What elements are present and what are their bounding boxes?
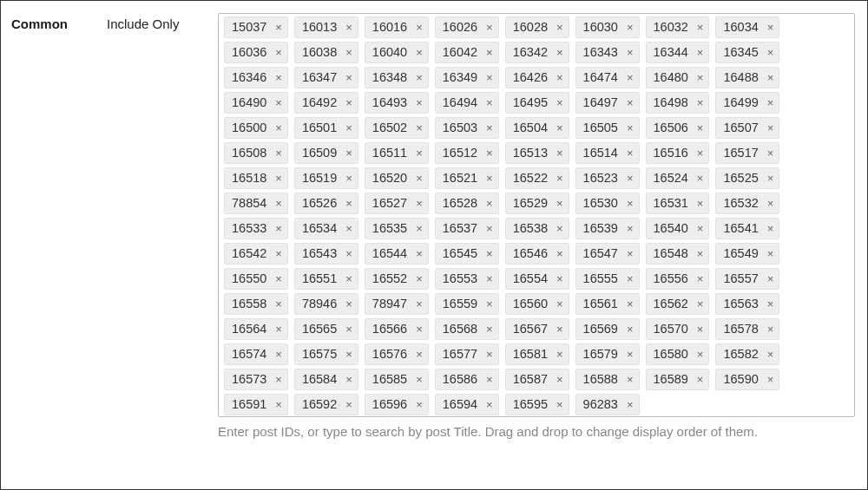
remove-tag-icon[interactable]: ×	[275, 223, 282, 234]
tag-item[interactable]: 16588×	[575, 369, 640, 390]
tag-item[interactable]: 16589×	[646, 369, 710, 390]
remove-tag-icon[interactable]: ×	[697, 147, 704, 159]
remove-tag-icon[interactable]: ×	[345, 198, 352, 209]
remove-tag-icon[interactable]: ×	[627, 72, 634, 83]
tag-item[interactable]: 16490×	[224, 92, 288, 114]
remove-tag-icon[interactable]: ×	[416, 323, 423, 335]
remove-tag-icon[interactable]: ×	[767, 72, 774, 83]
remove-tag-icon[interactable]: ×	[345, 399, 352, 410]
tag-item[interactable]: 16528×	[435, 193, 499, 214]
remove-tag-icon[interactable]: ×	[345, 97, 352, 108]
remove-tag-icon[interactable]: ×	[275, 349, 282, 360]
tag-item[interactable]: 16546×	[505, 243, 569, 265]
remove-tag-icon[interactable]: ×	[697, 122, 704, 134]
remove-tag-icon[interactable]: ×	[345, 122, 352, 134]
remove-tag-icon[interactable]: ×	[416, 47, 423, 58]
tag-item[interactable]: 16494×	[435, 92, 499, 114]
tag-item[interactable]: 16508×	[224, 142, 288, 164]
remove-tag-icon[interactable]: ×	[416, 223, 423, 234]
remove-tag-icon[interactable]: ×	[486, 248, 493, 259]
tag-item[interactable]: 16565×	[294, 318, 358, 340]
remove-tag-icon[interactable]: ×	[767, 173, 774, 184]
remove-tag-icon[interactable]: ×	[486, 173, 493, 184]
remove-tag-icon[interactable]: ×	[275, 323, 282, 335]
remove-tag-icon[interactable]: ×	[697, 323, 704, 335]
remove-tag-icon[interactable]: ×	[697, 22, 704, 33]
remove-tag-icon[interactable]: ×	[486, 198, 493, 209]
tag-item[interactable]: 96283×	[575, 394, 640, 415]
tag-item[interactable]: 16551×	[294, 268, 358, 290]
tag-item[interactable]: 16488×	[715, 67, 779, 88]
tag-item[interactable]: 16013×	[294, 16, 358, 38]
remove-tag-icon[interactable]: ×	[627, 47, 634, 58]
remove-tag-icon[interactable]: ×	[767, 349, 774, 360]
remove-tag-icon[interactable]: ×	[416, 248, 423, 259]
remove-tag-icon[interactable]: ×	[486, 323, 493, 335]
tag-item[interactable]: 16550×	[224, 268, 288, 290]
remove-tag-icon[interactable]: ×	[275, 298, 282, 310]
remove-tag-icon[interactable]: ×	[345, 349, 352, 360]
remove-tag-icon[interactable]: ×	[556, 399, 563, 410]
remove-tag-icon[interactable]: ×	[275, 47, 282, 58]
remove-tag-icon[interactable]: ×	[416, 399, 423, 410]
tag-item[interactable]: 16530×	[575, 193, 640, 214]
tag-item[interactable]: 16040×	[365, 42, 429, 63]
remove-tag-icon[interactable]: ×	[627, 248, 634, 259]
remove-tag-icon[interactable]: ×	[416, 173, 423, 184]
tag-item[interactable]: 16042×	[435, 42, 499, 63]
remove-tag-icon[interactable]: ×	[275, 72, 282, 83]
remove-tag-icon[interactable]: ×	[345, 323, 352, 335]
remove-tag-icon[interactable]: ×	[556, 374, 563, 385]
remove-tag-icon[interactable]: ×	[627, 22, 634, 33]
tag-item[interactable]: 16570×	[646, 318, 710, 340]
remove-tag-icon[interactable]: ×	[486, 349, 493, 360]
remove-tag-icon[interactable]: ×	[627, 349, 634, 360]
tag-item[interactable]: 16522×	[505, 167, 569, 189]
remove-tag-icon[interactable]: ×	[697, 198, 704, 209]
remove-tag-icon[interactable]: ×	[556, 147, 563, 159]
remove-tag-icon[interactable]: ×	[767, 248, 774, 259]
tag-item[interactable]: 16513×	[505, 142, 569, 164]
remove-tag-icon[interactable]: ×	[416, 273, 423, 284]
tag-item[interactable]: 16568×	[435, 318, 499, 340]
remove-tag-icon[interactable]: ×	[627, 173, 634, 184]
remove-tag-icon[interactable]: ×	[556, 349, 563, 360]
tag-item[interactable]: 15037×	[224, 16, 288, 38]
tag-item[interactable]: 16497×	[575, 92, 640, 114]
remove-tag-icon[interactable]: ×	[345, 223, 352, 234]
remove-tag-icon[interactable]: ×	[275, 273, 282, 284]
tag-item[interactable]: 16516×	[646, 142, 710, 164]
remove-tag-icon[interactable]: ×	[416, 147, 423, 159]
remove-tag-icon[interactable]: ×	[486, 97, 493, 108]
tag-item[interactable]: 16495×	[505, 92, 569, 114]
remove-tag-icon[interactable]: ×	[767, 122, 774, 134]
remove-tag-icon[interactable]: ×	[556, 323, 563, 335]
remove-tag-icon[interactable]: ×	[416, 298, 423, 310]
remove-tag-icon[interactable]: ×	[486, 72, 493, 83]
tag-item[interactable]: 16474×	[575, 67, 640, 88]
remove-tag-icon[interactable]: ×	[275, 122, 282, 134]
remove-tag-icon[interactable]: ×	[486, 22, 493, 33]
tag-item[interactable]: 16512×	[435, 142, 499, 164]
remove-tag-icon[interactable]: ×	[486, 122, 493, 134]
tag-item[interactable]: 16498×	[646, 92, 710, 114]
tag-item[interactable]: 16552×	[365, 268, 429, 290]
remove-tag-icon[interactable]: ×	[627, 147, 634, 159]
tag-item[interactable]: 16582×	[715, 343, 779, 365]
tag-item[interactable]: 16541×	[715, 218, 779, 239]
remove-tag-icon[interactable]: ×	[486, 223, 493, 234]
remove-tag-icon[interactable]: ×	[767, 47, 774, 58]
tag-item[interactable]: 16563×	[715, 293, 779, 315]
remove-tag-icon[interactable]: ×	[556, 173, 563, 184]
tag-item[interactable]: 16493×	[365, 92, 429, 114]
remove-tag-icon[interactable]: ×	[697, 173, 704, 184]
tag-item[interactable]: 16514×	[575, 142, 640, 164]
remove-tag-icon[interactable]: ×	[767, 223, 774, 234]
tag-item[interactable]: 16561×	[575, 293, 640, 315]
tag-item[interactable]: 16038×	[294, 42, 358, 63]
remove-tag-icon[interactable]: ×	[697, 273, 704, 284]
tag-item[interactable]: 16500×	[224, 117, 288, 139]
tag-item[interactable]: 16499×	[715, 92, 779, 114]
remove-tag-icon[interactable]: ×	[345, 22, 352, 33]
remove-tag-icon[interactable]: ×	[627, 298, 634, 310]
